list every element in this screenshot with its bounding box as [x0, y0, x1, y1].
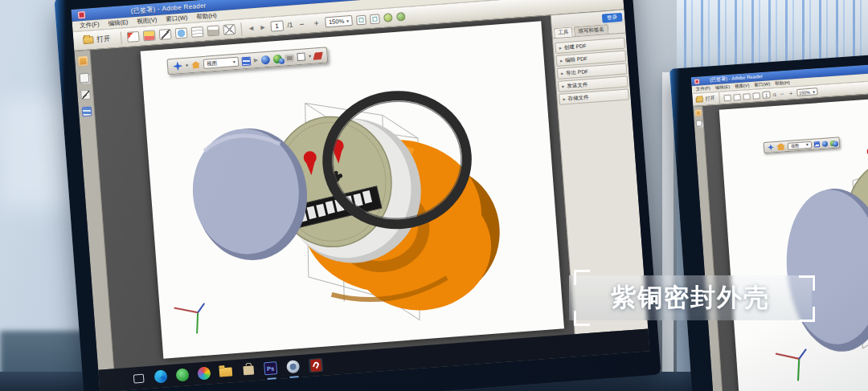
sign-pen-icon[interactable]: [159, 29, 172, 40]
store-icon[interactable]: [241, 363, 256, 377]
photos-app-icon[interactable]: [197, 366, 211, 380]
menu-item-file[interactable]: 文件(F): [80, 21, 100, 31]
arrow-right-icon: ▸: [559, 45, 562, 50]
zoom-level-value: 150%: [329, 18, 345, 26]
menu-item-help[interactable]: 帮助(H): [775, 80, 790, 87]
rotate-tool-icon[interactable]: [768, 144, 775, 151]
chevron-down-icon: ▾: [309, 54, 311, 59]
lighting-icon[interactable]: [830, 140, 836, 145]
sign-in-button[interactable]: 登录: [602, 12, 623, 22]
share-icon[interactable]: [175, 27, 188, 39]
sign-pen-icon[interactable]: [733, 93, 741, 100]
play-animation-icon[interactable]: ▶: [254, 57, 259, 63]
bookmarks-icon[interactable]: [694, 109, 702, 116]
zoom-level-select[interactable]: 150% ▾: [326, 15, 353, 27]
menu-item-help[interactable]: 帮助(H): [196, 12, 217, 22]
page-thumbnails-icon[interactable]: [79, 73, 89, 83]
bookmarks-icon[interactable]: [77, 56, 88, 67]
page-number-input[interactable]: 1: [762, 91, 771, 99]
zoom-level-select[interactable]: 150% ▾: [796, 88, 818, 96]
render-mode-icon[interactable]: [261, 55, 271, 64]
folder-icon: [83, 36, 94, 44]
render-mode-icon[interactable]: [822, 141, 828, 146]
default-view-home-icon[interactable]: [776, 143, 786, 151]
panel-item-label: 发送文件: [567, 81, 588, 90]
zoom-level-value: 150%: [799, 89, 810, 95]
create-pdf-icon[interactable]: [723, 94, 731, 101]
open-label[interactable]: 打开: [705, 95, 715, 103]
toolbar-separator: [719, 92, 720, 104]
create-pdf-icon[interactable]: [127, 31, 140, 43]
email-icon[interactable]: [752, 92, 760, 100]
zoom-out-button[interactable]: −: [779, 91, 785, 97]
cross-section-icon[interactable]: [313, 51, 323, 59]
tab-tools[interactable]: 工具: [554, 26, 573, 38]
folder-icon[interactable]: [696, 97, 703, 103]
photoshop-icon-label: Ps: [264, 361, 277, 375]
email-icon[interactable]: [223, 24, 235, 35]
scene: (已签署) - Adobe Reader 文件(F) 编辑(E) 视图(V) 窗…: [0, 0, 868, 391]
green-app-icon[interactable]: [175, 368, 189, 381]
model-tree-icon[interactable]: [81, 107, 92, 117]
tools-panel-items: ▸ 创建 PDF ▸ 编辑 PDF ▸ 导出 PDF: [553, 33, 631, 107]
document-area: 视图 ▾: [702, 89, 868, 391]
adobe-reader-window: (已签署) - Adobe Reader 文件(F) 编辑(E) 视图(V) 窗…: [72, 0, 649, 370]
chevron-down-icon: ▾: [346, 18, 349, 23]
panel-item-label: 创建 PDF: [563, 43, 586, 51]
signature-panel-icon[interactable]: [80, 90, 91, 100]
monitor-1: (已签署) - Adobe Reader 文件(F) 编辑(E) 视图(V) 窗…: [54, 0, 661, 391]
comment-icon[interactable]: [383, 13, 393, 22]
print-icon[interactable]: [207, 25, 220, 36]
menu-item-window[interactable]: 窗口(W): [166, 14, 188, 23]
monitor-2: (已签署) - Adobe Reader 文件(F) 编辑(E) 视图(V) 窗…: [669, 50, 868, 391]
rotate-tool-icon[interactable]: [173, 61, 183, 71]
acrobat-reader-icon[interactable]: [308, 357, 322, 372]
prev-page-button[interactable]: ◀: [247, 23, 255, 34]
lighting-icon[interactable]: [273, 54, 283, 63]
task-view-button[interactable]: [131, 371, 145, 385]
fit-width-icon[interactable]: [370, 14, 380, 24]
panel-item-label: 编辑 PDF: [565, 55, 588, 64]
export-pdf-icon[interactable]: [143, 30, 156, 41]
menu-item-edit[interactable]: 编辑(E): [108, 18, 129, 28]
camera-properties-icon[interactable]: [285, 54, 295, 62]
print-icon[interactable]: [743, 93, 751, 100]
chevron-down-icon[interactable]: ▾: [186, 63, 188, 67]
model-tree-toggle-icon[interactable]: [242, 56, 252, 66]
menu-item-window[interactable]: 窗口(W): [754, 81, 770, 88]
cad-app-icon[interactable]: [286, 360, 301, 374]
background-color-icon[interactable]: [297, 52, 306, 61]
page-number-input[interactable]: 1: [270, 20, 284, 31]
menu-item-view[interactable]: 视图(V): [735, 83, 750, 89]
wall-gap-highlight: [662, 72, 674, 391]
file-explorer-icon[interactable]: [219, 365, 233, 379]
views-dropdown[interactable]: 视图 ▾: [788, 141, 813, 149]
document-area: ▾ 视图 ▾ ▶: [90, 15, 574, 369]
zoom-in-button[interactable]: +: [311, 18, 322, 28]
menu-item-file[interactable]: 文件(F): [696, 86, 710, 92]
model-tree-toggle-icon[interactable]: [814, 141, 820, 147]
fit-page-icon[interactable]: [356, 14, 366, 25]
review-icon[interactable]: [396, 12, 406, 22]
photoshop-icon[interactable]: Ps: [264, 361, 278, 376]
views-dropdown[interactable]: 视图 ▾: [203, 57, 240, 69]
menu-item-edit[interactable]: 编辑(E): [715, 84, 731, 91]
reader-body: 视图 ▾: [693, 89, 868, 391]
monitor-2-screen: (已签署) - Adobe Reader 文件(F) 编辑(E) 视图(V) 窗…: [691, 59, 868, 391]
next-page-button[interactable]: ▶: [259, 22, 267, 32]
zoom-out-button[interactable]: −: [297, 19, 308, 29]
3d-model-viewport[interactable]: [719, 90, 868, 391]
edge-browser-icon[interactable]: [154, 369, 167, 383]
start-button[interactable]: [110, 373, 124, 387]
panel-item-label: 存储文件: [567, 94, 589, 103]
open-button[interactable]: 打开: [78, 32, 116, 47]
document-icon[interactable]: [191, 26, 204, 38]
pdf-app-icon: [694, 79, 699, 83]
default-view-home-icon[interactable]: [191, 61, 201, 69]
zoom-in-button[interactable]: +: [788, 90, 794, 96]
axis-triad: [776, 349, 809, 382]
arrow-right-icon: ▸: [561, 71, 563, 75]
page-thumbnails-icon[interactable]: [695, 120, 702, 127]
menu-item-view[interactable]: 视图(V): [137, 16, 158, 26]
arrow-right-icon: ▸: [560, 58, 563, 63]
